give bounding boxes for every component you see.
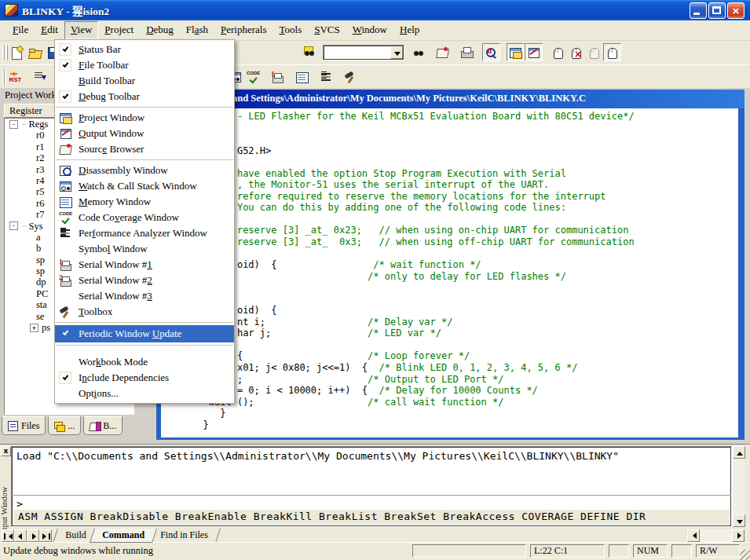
tree-label: a — [36, 232, 41, 243]
tree-label: Sys — [26, 221, 42, 232]
tree-label: r0 — [36, 130, 44, 141]
resize-grip[interactable] — [740, 550, 750, 560]
output-window-button[interactable] — [525, 43, 543, 61]
menu-svcs[interactable]: SVCS — [308, 21, 346, 39]
toolbar-grip[interactable] — [2, 69, 5, 85]
memory-window-button[interactable] — [293, 68, 311, 86]
menu-project[interactable]: Project — [98, 21, 140, 39]
menu-item-include-dependencies[interactable]: Include Dependencies — [55, 370, 234, 386]
menu-item-workbook-mode[interactable]: Workbook Mode — [55, 354, 234, 370]
scroll-up-button[interactable] — [733, 446, 745, 459]
menu-item-file-toolbar[interactable]: File Toolbar — [55, 57, 234, 73]
project-window-button[interactable] — [507, 43, 525, 61]
tab-next-button[interactable] — [27, 529, 39, 542]
collapse-icon[interactable]: - — [9, 221, 18, 230]
toolbar-grip[interactable] — [2, 45, 5, 60]
close-button[interactable]: × — [727, 2, 745, 19]
menu-flash[interactable]: Flash — [180, 21, 214, 39]
panel-tab-[interactable]: ... — [48, 416, 81, 435]
code-line: } — [163, 419, 738, 431]
print-button[interactable] — [458, 43, 476, 61]
menu-item-label: Periodic Window Update — [79, 328, 181, 339]
new-file-button[interactable] — [8, 43, 26, 61]
search-combobox[interactable] — [323, 45, 404, 60]
menu-item-label: File Toolbar — [79, 59, 129, 71]
menu-item-toolbox[interactable]: Toolbox — [55, 304, 234, 320]
menu-item-build-toolbar[interactable]: Build Toolbar — [55, 73, 234, 89]
kill-breakpoints-button[interactable]: × — [567, 43, 585, 61]
menu-file[interactable]: File — [6, 21, 35, 39]
menu-item-disassembly-window[interactable]: Disassembly Window — [55, 163, 234, 178]
scroll-left-button[interactable] — [687, 529, 700, 542]
serial-window-button[interactable]: 1 — [269, 68, 287, 86]
menu-item-source-browser[interactable]: Source Browser — [55, 141, 234, 157]
output-horizontal-scrollbar[interactable] — [687, 529, 745, 542]
menu-item-watch-call-stack-window[interactable]: Watch & Call Stack Window — [55, 178, 234, 194]
menu-item-options[interactable]: Options... — [55, 386, 234, 401]
disable-breakpoint-icon — [587, 46, 601, 59]
enable-breakpoints-button[interactable] — [603, 43, 621, 61]
tab-prev-button[interactable] — [14, 529, 27, 542]
zoom-source-icon: d — [485, 46, 498, 59]
menu-item-status-bar[interactable]: Status Bar — [55, 42, 234, 57]
code-coverage-button[interactable]: CODE — [244, 68, 262, 86]
menu-item-code-coverage-window[interactable]: CODECode Coverage Window — [55, 210, 234, 225]
step-over-button[interactable] — [31, 68, 49, 86]
menu-debug[interactable]: Debug — [140, 21, 180, 39]
menu-edit[interactable]: Edit — [35, 21, 64, 39]
code-comment: /* Output to LED Port */ — [368, 374, 503, 385]
menu-item-label: Toolbox — [79, 306, 112, 317]
reset-button[interactable]: RST — [6, 68, 24, 86]
menu-item-symbol-window[interactable]: Symbol Window — [55, 241, 234, 257]
minimize-button[interactable] — [690, 2, 707, 19]
check-icon — [63, 93, 69, 99]
menu-tools[interactable]: Tools — [273, 21, 309, 39]
output-close-button[interactable]: x — [1, 446, 11, 456]
menu-item-serial-window-2[interactable]: 2Serial Window #2 — [55, 273, 234, 288]
performance-analyzer-button[interactable] — [317, 68, 335, 86]
tree-label: r2 — [36, 152, 44, 163]
panel-tab-b[interactable]: B... — [83, 416, 123, 435]
combobox-dropdown-button[interactable] — [390, 46, 403, 59]
open-file-button[interactable] — [26, 43, 44, 61]
output-tab-command[interactable]: Command — [90, 529, 157, 543]
books-icon — [90, 421, 100, 431]
code-editor[interactable]: - LED Flasher for the Keil MCBx51 Evalua… — [161, 108, 738, 437]
menu-item-output-window[interactable]: Output Window — [55, 126, 234, 141]
menu-view[interactable]: View — [64, 21, 98, 39]
tab-last-button[interactable] — [39, 529, 52, 542]
output-tab-find-in-files[interactable]: Find in Files — [148, 529, 221, 543]
menu-item-periodic-window-update[interactable]: Periodic Window Update — [55, 325, 234, 342]
expand-icon[interactable]: + — [30, 324, 38, 332]
command-output-pane[interactable]: Load "C:\\Documents and Settings\\Admini… — [11, 446, 732, 527]
menu-window[interactable]: Window — [346, 21, 393, 39]
menu-peripherals[interactable]: Peripherals — [214, 21, 273, 39]
toolbox-button[interactable] — [342, 68, 360, 86]
scroll-down-button[interactable] — [733, 514, 745, 527]
tab-first-button[interactable] — [2, 529, 14, 542]
menu-item-serial-window-3[interactable]: Serial Window #3 — [55, 288, 234, 304]
output-vertical-scrollbar[interactable] — [732, 446, 745, 527]
find-in-files-button[interactable] — [300, 43, 318, 61]
zoom-source-button[interactable]: d — [482, 43, 500, 61]
tree-label: Regs — [26, 119, 48, 130]
menu-item-performance-analyzer-window[interactable]: Performance Analyzer Window — [55, 225, 234, 241]
maximize-button[interactable] — [708, 2, 726, 19]
collapse-icon[interactable]: - — [9, 120, 18, 129]
panel-tab-files[interactable]: Files — [2, 416, 46, 435]
menu-help[interactable]: Help — [393, 21, 426, 39]
insert-breakpoint-button[interactable] — [549, 43, 567, 61]
menu-item-serial-window-1[interactable]: 1Serial Window #1 — [55, 257, 234, 273]
find-button[interactable] — [409, 43, 427, 61]
command-prompt[interactable]: > — [12, 495, 731, 511]
menu-item-label: Memory Window — [79, 196, 151, 207]
menu-item-memory-window[interactable]: Memory Window — [55, 194, 234, 210]
menu-item-debug-toolbar[interactable]: Debug Toolbar — [55, 89, 234, 104]
scroll-down-icon — [737, 520, 743, 527]
code-line — [163, 134, 738, 145]
menu-item-label: Performance Analyzer Window — [79, 227, 207, 239]
menu-item-project-window[interactable]: Project Window — [55, 110, 234, 126]
scroll-right-button[interactable] — [732, 529, 745, 542]
source-browser-button[interactable] — [434, 43, 452, 61]
toolbar-separator — [427, 44, 434, 61]
